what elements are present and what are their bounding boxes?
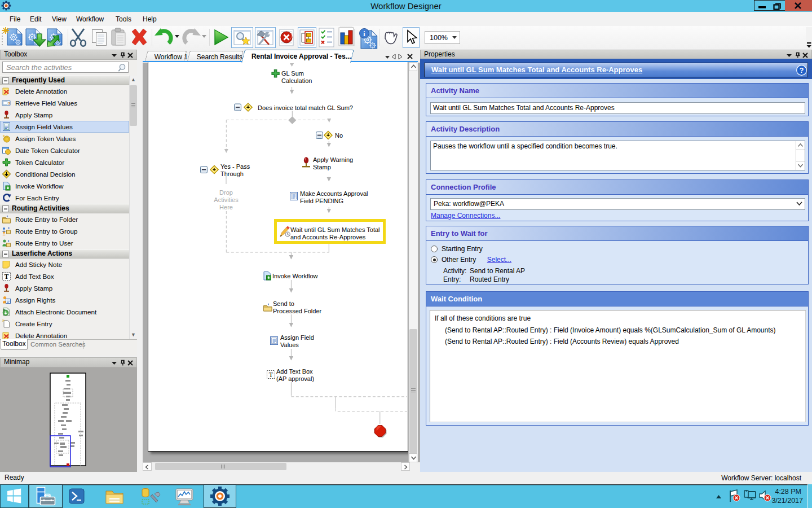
svg-text:?: ? [8, 102, 10, 106]
svg-text:Here: Here [219, 204, 233, 211]
svg-text:Send to: Send to [273, 300, 294, 307]
svg-text:T: T [269, 371, 273, 379]
svg-text:e: e [3, 308, 6, 312]
svg-text:Values: Values [280, 341, 299, 348]
svg-text:(AP approval): (AP approval) [276, 375, 314, 382]
svg-text:T: T [4, 273, 8, 281]
svg-text:Assign Field: Assign Field [280, 334, 314, 341]
svg-text:100%: 100% [430, 34, 448, 42]
svg-text:No: No [335, 132, 343, 139]
svg-text:Processed Folder: Processed Folder [273, 308, 322, 314]
svg-text:Invoke Workflow: Invoke Workflow [272, 273, 318, 279]
svg-text:Calculation: Calculation [281, 77, 312, 84]
svg-text:Wait until GL Sum Matches Tota: Wait until GL Sum Matches Total [290, 226, 380, 233]
svg-text:Yes - Pass: Yes - Pass [220, 163, 250, 170]
svg-text:4:28 PM: 4:28 PM [775, 488, 801, 496]
svg-text:and Accounts Re-Approves: and Accounts Re-Approves [290, 234, 366, 240]
svg-text:Add Text Box: Add Text Box [276, 368, 313, 375]
svg-text:Field PENDING: Field PENDING [300, 198, 343, 204]
svg-text:Drop: Drop [219, 189, 233, 196]
svg-text:Apply Warning: Apply Warning [313, 156, 353, 163]
svg-text:?: ? [800, 66, 804, 75]
svg-text:GL Sum: GL Sum [281, 70, 304, 77]
svg-text:Make Accounts Approval: Make Accounts Approval [300, 190, 368, 197]
svg-text:3/21/2017: 3/21/2017 [771, 497, 803, 505]
svg-text:Through: Through [220, 170, 244, 177]
svg-text:Stamp: Stamp [313, 164, 331, 170]
svg-text:Does invoice total match GL Su: Does invoice total match GL Sum? [258, 104, 353, 111]
svg-text:Activities: Activities [214, 196, 239, 203]
